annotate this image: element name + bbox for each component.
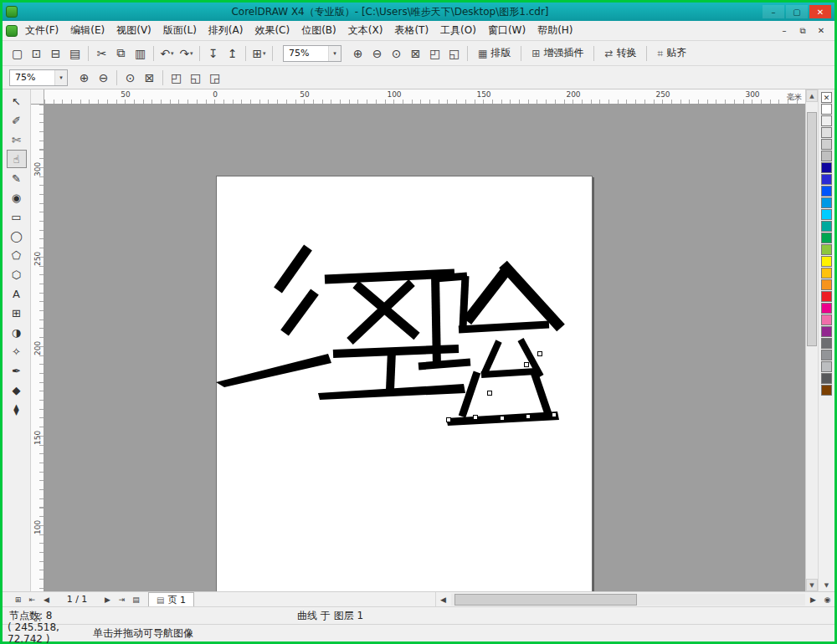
color-swatch[interactable] xyxy=(821,268,832,279)
color-swatch[interactable] xyxy=(821,233,832,243)
drawing-canvas[interactable]: 经验 xyxy=(44,105,805,591)
h-ruler[interactable]: 毫米 50050100150200250300 xyxy=(44,89,805,105)
zoom-width-icon[interactable]: ◱ xyxy=(444,44,464,63)
chevron-down-icon[interactable]: ▾ xyxy=(54,70,67,85)
zoom-all-objects-icon[interactable]: ⊠ xyxy=(140,69,159,87)
import-icon[interactable]: ↧ xyxy=(203,44,223,63)
ellipse-tool[interactable]: ◯ xyxy=(7,227,27,245)
zoom-page-icon[interactable]: ◰ xyxy=(167,69,186,87)
color-swatch[interactable] xyxy=(821,303,832,314)
chevron-down-icon[interactable]: ▾ xyxy=(328,46,341,61)
paste-icon[interactable]: ▥ xyxy=(131,44,150,63)
menu-item[interactable]: 文本(X) xyxy=(342,22,389,39)
vertical-scrollbar-thumb[interactable] xyxy=(807,112,817,346)
prev-page-button[interactable]: ◀ xyxy=(39,593,54,606)
selection-node-handle[interactable] xyxy=(524,362,529,367)
open-icon[interactable]: ⊡ xyxy=(27,44,46,63)
cut-icon[interactable]: ✂ xyxy=(92,44,111,63)
interactive-blend-tool[interactable]: ◑ xyxy=(7,323,27,341)
zoom-selected-icon[interactable]: ⊙ xyxy=(387,44,406,63)
color-swatch[interactable] xyxy=(821,151,832,161)
zoom-in-icon[interactable]: ⊕ xyxy=(74,69,94,87)
redo-icon[interactable]: ↷▾ xyxy=(177,44,196,63)
undo-icon[interactable]: ↶▾ xyxy=(157,44,177,63)
basic-shapes-tool[interactable]: ⬡ xyxy=(7,265,27,284)
page-tab[interactable]: ▤ 页 1 xyxy=(148,592,194,606)
selection-node-handle[interactable] xyxy=(526,414,531,419)
ruler-origin-corner[interactable] xyxy=(31,89,44,105)
color-swatch[interactable] xyxy=(821,338,832,349)
color-swatch[interactable] xyxy=(821,244,832,255)
vertical-scrollbar-track[interactable] xyxy=(806,102,818,579)
last-page-button[interactable]: ⇥ xyxy=(115,593,129,606)
v-ruler[interactable]: 30025020015010050 xyxy=(31,105,44,591)
enhanced-plugins-button[interactable]: ⊞增强插件 xyxy=(525,44,590,63)
color-swatch[interactable] xyxy=(821,350,832,360)
new-document-icon[interactable]: ▢ xyxy=(8,44,27,63)
pick-tool[interactable]: ↖ xyxy=(7,92,27,110)
export-icon[interactable]: ↥ xyxy=(223,44,242,63)
shape-tool[interactable]: ✐ xyxy=(7,111,27,130)
maximize-button[interactable]: ▢ xyxy=(786,5,808,18)
selection-node-handle[interactable] xyxy=(487,391,492,396)
close-button[interactable]: ✕ xyxy=(809,5,831,18)
menu-item[interactable]: 工具(O) xyxy=(434,22,482,39)
zoom-page-icon[interactable]: ◰ xyxy=(425,44,444,63)
selection-node-handle[interactable] xyxy=(446,417,451,422)
app-launcher-icon[interactable]: ⊞▾ xyxy=(249,44,269,63)
selection-node-handle[interactable] xyxy=(500,416,505,421)
copy-icon[interactable]: ⧉ xyxy=(111,44,131,63)
zoom-all-icon[interactable]: ⊠ xyxy=(406,44,425,63)
palette-scroll-down-icon[interactable]: ▼ xyxy=(824,582,829,589)
color-swatch[interactable] xyxy=(821,115,832,126)
color-swatch[interactable] xyxy=(821,291,832,302)
polygon-tool[interactable]: ⬠ xyxy=(7,246,27,264)
page-menu-button[interactable]: ▤ xyxy=(129,593,143,606)
hand-tool[interactable]: ☝ xyxy=(7,150,27,168)
doc-close-button[interactable]: ✕ xyxy=(814,26,828,36)
outline-pen-tool[interactable]: ✒ xyxy=(7,361,27,380)
eyedropper-tool[interactable]: ✧ xyxy=(7,342,27,360)
selection-node-handle[interactable] xyxy=(473,415,478,420)
zoom-out-icon[interactable]: ⊖ xyxy=(94,69,113,87)
horizontal-scrollbar[interactable]: ◀ ▶ ◉ xyxy=(435,592,834,606)
snap-button[interactable]: ⌗贴齐 xyxy=(650,44,693,63)
menu-item[interactable]: 窗口(W) xyxy=(482,22,531,39)
zoom-selected-icon[interactable]: ⊙ xyxy=(121,69,140,87)
horizontal-scrollbar-thumb[interactable] xyxy=(454,594,637,606)
scroll-left-button[interactable]: ◀ xyxy=(436,593,450,606)
zoom-level-combobox[interactable]: 75% ▾ xyxy=(283,45,341,62)
minimize-button[interactable]: – xyxy=(763,5,784,18)
menu-item[interactable]: 文件(F) xyxy=(19,22,64,39)
zoom-out-icon[interactable]: ⊖ xyxy=(367,44,387,63)
color-swatch[interactable] xyxy=(821,279,832,290)
color-swatch[interactable] xyxy=(821,361,832,372)
color-swatch[interactable] xyxy=(821,162,832,173)
save-icon[interactable]: ⊟ xyxy=(46,44,65,63)
selection-node-handle[interactable] xyxy=(537,351,542,356)
artwork-curve[interactable] xyxy=(44,105,805,591)
freehand-tool[interactable]: ✎ xyxy=(7,169,27,187)
menu-item[interactable]: 视图(V) xyxy=(110,22,157,39)
vertical-scrollbar[interactable]: ▲ ▼ xyxy=(805,89,818,591)
smart-fill-tool[interactable]: ◉ xyxy=(7,188,27,207)
color-swatch[interactable] xyxy=(821,127,832,138)
menu-item[interactable]: 版面(L) xyxy=(157,22,203,39)
color-swatch[interactable] xyxy=(821,186,832,197)
scroll-down-button[interactable]: ▼ xyxy=(806,579,818,591)
color-swatch[interactable] xyxy=(821,209,832,220)
convert-button[interactable]: ⇄转换 xyxy=(598,44,643,63)
color-swatch[interactable] xyxy=(821,174,832,185)
scroll-right-button[interactable]: ▶ xyxy=(806,593,820,606)
navigator-button[interactable]: ◉ xyxy=(820,593,834,606)
zoom-page-height-icon[interactable]: ◲ xyxy=(205,69,224,87)
menu-item[interactable]: 位图(B) xyxy=(295,22,342,39)
interactive-fill-tool[interactable]: ⧫ xyxy=(7,400,27,418)
color-swatch[interactable] xyxy=(821,314,832,325)
first-page-button[interactable]: ⇤ xyxy=(25,593,39,606)
add-page-button[interactable]: ⊞ xyxy=(11,593,25,606)
menu-item[interactable]: 帮助(H) xyxy=(531,22,578,39)
color-swatch[interactable] xyxy=(821,104,832,115)
no-color-swatch[interactable]: ✕ xyxy=(821,92,832,103)
doc-minimize-button[interactable]: – xyxy=(778,26,791,36)
